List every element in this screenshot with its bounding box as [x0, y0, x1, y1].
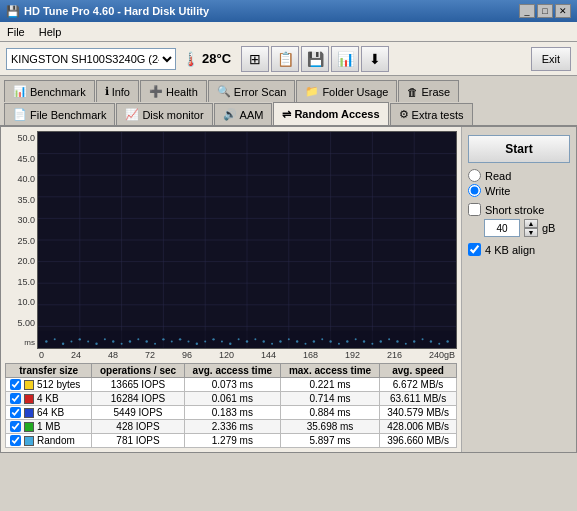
cell-avg-access: 2.336 ms: [184, 420, 280, 434]
y-axis-labels: 50.0 45.0 40.0 35.0 30.0 25.0 20.0 15.0 …: [5, 131, 37, 349]
short-stroke-checkbox-label[interactable]: Short stroke: [468, 203, 570, 216]
table-row: Random 781 IOPS 1.279 ms 5.897 ms 396.66…: [6, 434, 457, 448]
cell-avg-access: 0.061 ms: [184, 392, 280, 406]
error-scan-icon: 🔍: [217, 85, 231, 98]
table-row: 512 bytes 13665 IOPS 0.073 ms 0.221 ms 6…: [6, 378, 457, 392]
row-label: 1 MB: [37, 421, 60, 432]
col-ops: operations / sec: [92, 364, 185, 378]
toolbar-btn-2[interactable]: 📋: [271, 46, 299, 72]
cell-ops: 13665 IOPS: [92, 378, 185, 392]
tab-error-scan[interactable]: 🔍 Error Scan: [208, 80, 296, 102]
short-stroke-checkbox[interactable]: [468, 203, 481, 216]
spinner-down-button[interactable]: ▼: [524, 228, 538, 237]
kb-align-checkbox[interactable]: [468, 243, 481, 256]
cell-max-access: 0.714 ms: [280, 392, 379, 406]
radio-write[interactable]: [468, 184, 481, 197]
tab-file-benchmark[interactable]: 📄 File Benchmark: [4, 103, 115, 125]
close-button[interactable]: ✕: [555, 4, 571, 18]
svg-point-48: [288, 338, 290, 340]
svg-point-26: [104, 338, 106, 340]
tab-disk-monitor[interactable]: 📈 Disk monitor: [116, 103, 212, 125]
chart-wrapper: 50.0 45.0 40.0 35.0 30.0 25.0 20.0 15.0 …: [5, 131, 457, 361]
svg-point-61: [396, 340, 398, 342]
toolbar-btn-5[interactable]: ⬇: [361, 46, 389, 72]
tab-random-access[interactable]: ⇌ Random Access: [273, 102, 388, 125]
row-checkbox[interactable]: [10, 393, 21, 404]
spinner-up-button[interactable]: ▲: [524, 219, 538, 228]
short-stroke-input[interactable]: [484, 219, 520, 237]
temperature-display: 🌡️ 28°C: [182, 51, 231, 67]
row-checkbox[interactable]: [10, 379, 21, 390]
toolbar-btn-3[interactable]: 💾: [301, 46, 329, 72]
svg-point-46: [271, 343, 273, 345]
row-checkbox[interactable]: [10, 421, 21, 432]
tab-extra-tests[interactable]: ⚙ Extra tests: [390, 103, 473, 125]
svg-point-29: [129, 340, 131, 342]
cell-avg-access: 1.279 ms: [184, 434, 280, 448]
menu-bar: File Help: [0, 22, 577, 42]
toolbar-btn-1[interactable]: ⊞: [241, 46, 269, 72]
svg-point-60: [388, 338, 390, 340]
menu-help[interactable]: Help: [36, 25, 65, 39]
radio-read[interactable]: [468, 169, 481, 182]
cell-max-access: 0.221 ms: [280, 378, 379, 392]
svg-point-47: [279, 340, 281, 342]
svg-point-49: [296, 340, 298, 342]
row-label: 512 bytes: [37, 379, 80, 390]
tab-benchmark[interactable]: 📊 Benchmark: [4, 80, 95, 102]
exit-button[interactable]: Exit: [531, 47, 571, 71]
cell-speed: 63.611 MB/s: [380, 392, 457, 406]
random-access-icon: ⇌: [282, 108, 291, 121]
svg-rect-18: [38, 331, 456, 348]
cell-max-access: 35.698 ms: [280, 420, 379, 434]
info-icon: ℹ: [105, 85, 109, 98]
svg-point-50: [305, 343, 307, 345]
short-stroke-spinner: ▲ ▼: [524, 219, 538, 237]
svg-point-34: [171, 341, 173, 343]
main-content: 50.0 45.0 40.0 35.0 30.0 25.0 20.0 15.0 …: [0, 126, 577, 453]
radio-read-label[interactable]: Read: [468, 169, 570, 182]
tab-aam[interactable]: 🔊 AAM: [214, 103, 273, 125]
row-checkbox[interactable]: [10, 435, 21, 446]
svg-point-32: [154, 343, 156, 345]
tab-folder-usage[interactable]: 📁 Folder Usage: [296, 80, 397, 102]
svg-point-63: [413, 340, 415, 342]
svg-point-66: [438, 343, 440, 345]
short-stroke-section: Short stroke ▲ ▼ gB: [468, 203, 570, 237]
minimize-button[interactable]: _: [519, 4, 535, 18]
tab-erase[interactable]: 🗑 Erase: [398, 80, 459, 102]
app-icon: 💾: [6, 5, 20, 18]
svg-point-22: [70, 341, 72, 343]
radio-write-label[interactable]: Write: [468, 184, 570, 197]
cell-ops: 5449 IOPS: [92, 406, 185, 420]
maximize-button[interactable]: □: [537, 4, 553, 18]
tab-info[interactable]: ℹ Info: [96, 80, 139, 102]
cell-ops: 16284 IOPS: [92, 392, 185, 406]
svg-point-52: [321, 338, 323, 340]
svg-point-35: [179, 338, 181, 340]
kb-align-label[interactable]: 4 KB align: [468, 243, 570, 256]
drive-select[interactable]: KINGSTON SH100S3240G (240 gB): [6, 48, 176, 70]
svg-point-54: [338, 343, 340, 345]
cell-speed: 396.660 MB/s: [380, 434, 457, 448]
svg-point-57: [363, 340, 365, 342]
svg-point-25: [95, 342, 97, 344]
cell-label: 4 KB: [6, 392, 92, 406]
toolbar-btn-4[interactable]: 📊: [331, 46, 359, 72]
svg-point-36: [187, 341, 189, 343]
svg-point-19: [45, 340, 47, 342]
cell-ops: 781 IOPS: [92, 434, 185, 448]
cell-max-access: 5.897 ms: [280, 434, 379, 448]
disk-monitor-icon: 📈: [125, 108, 139, 121]
svg-point-39: [212, 338, 214, 340]
chart-area: 50.0 45.0 40.0 35.0 30.0 25.0 20.0 15.0 …: [1, 127, 461, 452]
aam-icon: 🔊: [223, 108, 237, 121]
title-bar-title: 💾 HD Tune Pro 4.60 - Hard Disk Utility: [6, 5, 209, 18]
menu-file[interactable]: File: [4, 25, 28, 39]
start-button[interactable]: Start: [468, 135, 570, 163]
row-checkbox[interactable]: [10, 407, 21, 418]
tab-health[interactable]: ➕ Health: [140, 80, 207, 102]
color-swatch: [24, 436, 34, 446]
tabs-row-2: 📄 File Benchmark 📈 Disk monitor 🔊 AAM ⇌ …: [0, 102, 577, 126]
table-row: 4 KB 16284 IOPS 0.061 ms 0.714 ms 63.611…: [6, 392, 457, 406]
